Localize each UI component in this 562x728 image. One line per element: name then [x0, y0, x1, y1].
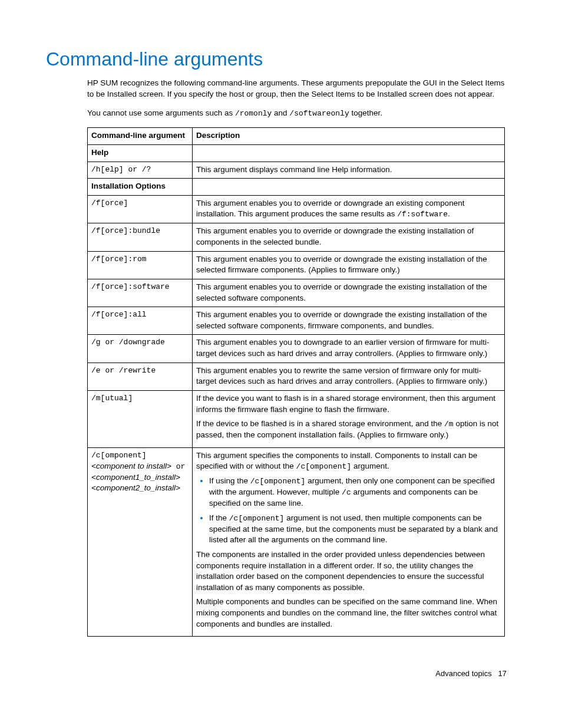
arg-component: /c[omponent] <component to install> or <… [88, 447, 193, 637]
table-row: /f[orce]:all This argument enables you t… [88, 307, 505, 335]
list-item: If using the /c[omponent] argument, then… [209, 476, 501, 509]
page-title: Command-line arguments [46, 46, 510, 72]
col-header-argument: Command-line argument [88, 128, 193, 145]
table-row: /h[elp] or /? This argument displays com… [88, 162, 505, 179]
arg-rewrite: /e or /rewrite [88, 363, 193, 390]
arguments-table: Command-line argument Description Help /… [87, 127, 505, 637]
desc-force-all: This argument enables you to override or… [193, 307, 505, 335]
footer-page-number: 17 [498, 669, 507, 678]
desc-mutual: If the device you want to flash is in a … [193, 390, 505, 447]
desc-force: This argument enables you to override or… [193, 195, 505, 223]
desc-force-bundle: This argument enables you to override or… [193, 223, 505, 251]
table-row: /f[orce]:bundle This argument enables yo… [88, 223, 505, 251]
intro-paragraph-2: You cannot use some arguments such as /r… [87, 108, 510, 119]
desc-force-software: This argument enables you to override or… [193, 279, 505, 307]
table-row: Help [88, 144, 505, 162]
desc-component: This argument specifies the components t… [193, 447, 505, 637]
table-row: /f[orce]:rom This argument enables you t… [88, 251, 505, 279]
desc-downgrade: This argument enables you to downgrade t… [193, 335, 505, 363]
arg-force-rom: /f[orce]:rom [88, 251, 193, 279]
arg-force: /f[orce] [88, 195, 193, 223]
arg-force-bundle: /f[orce]:bundle [88, 223, 193, 251]
table-row: /f[orce] This argument enables you to ov… [88, 195, 505, 223]
desc-help: This argument displays command line Help… [193, 162, 505, 179]
col-header-description: Description [193, 128, 505, 145]
arg-mutual: /m[utual] [88, 390, 193, 447]
arg-force-all: /f[orce]:all [88, 307, 193, 335]
arg-force-software: /f[orce]:software [88, 279, 193, 307]
table-row: /e or /rewrite This argument enables you… [88, 363, 505, 390]
section-install: Installation Options [88, 179, 193, 196]
table-header-row: Command-line argument Description [88, 128, 505, 145]
list-item: If the /c[omponent] argument is not used… [209, 513, 501, 546]
arg-downgrade: /g or /downgrade [88, 335, 193, 363]
table-row: /g or /downgrade This argument enables y… [88, 335, 505, 363]
table-row: Installation Options [88, 179, 505, 196]
table-row: /c[omponent] <component to install> or <… [88, 447, 505, 637]
intro-paragraph-1: HP SUM recognizes the following command-… [87, 78, 510, 100]
table-row: /m[utual] If the device you want to flas… [88, 390, 505, 447]
section-help: Help [88, 144, 193, 162]
footer-section: Advanced topics [435, 669, 491, 678]
table-row: /f[orce]:software This argument enables … [88, 279, 505, 307]
desc-force-rom: This argument enables you to override or… [193, 251, 505, 279]
page-footer: Advanced topics 17 [46, 668, 510, 679]
desc-rewrite: This argument enables you to rewrite the… [193, 363, 505, 390]
arg-help: /h[elp] or /? [88, 162, 193, 179]
